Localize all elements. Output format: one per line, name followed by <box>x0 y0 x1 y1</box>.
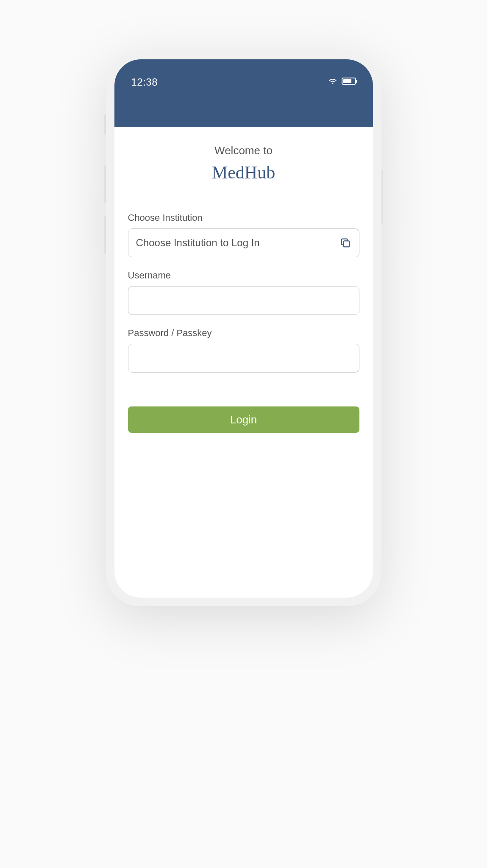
institution-field-group: Choose Institution Choose Institution to… <box>128 212 359 257</box>
copy-icon <box>340 237 351 249</box>
password-input[interactable] <box>128 344 359 373</box>
screen: 12:38 Welcome to MedHub <box>114 59 373 598</box>
institution-select[interactable]: Choose Institution to Log In <box>128 228 359 257</box>
institution-label: Choose Institution <box>128 212 359 223</box>
status-time: 12:38 <box>131 76 158 88</box>
login-content: Welcome to MedHub Choose Institution Cho… <box>114 127 373 450</box>
brand-title: MedHub <box>128 162 359 183</box>
login-button[interactable]: Login <box>128 406 359 433</box>
svg-rect-0 <box>343 241 349 247</box>
wifi-icon <box>328 76 337 86</box>
status-icons <box>328 76 356 86</box>
password-label: Password / Passkey <box>128 328 359 339</box>
username-input[interactable] <box>128 286 359 315</box>
password-field-group: Password / Passkey <box>128 328 359 373</box>
welcome-text: Welcome to <box>128 144 359 157</box>
phone-frame: 12:38 Welcome to MedHub <box>106 51 381 606</box>
username-field-group: Username <box>128 270 359 315</box>
institution-select-text: Choose Institution to Log In <box>136 237 260 249</box>
battery-icon <box>342 78 356 85</box>
status-bar: 12:38 <box>114 59 373 127</box>
username-label: Username <box>128 270 359 281</box>
